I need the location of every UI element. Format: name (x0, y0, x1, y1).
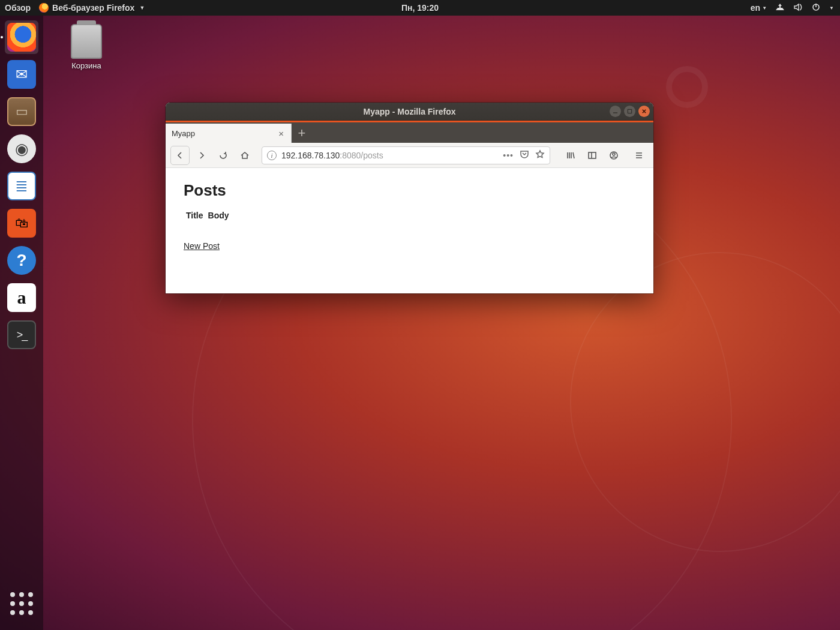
url-text: 192.168.78.130:8080/posts (281, 151, 383, 160)
dock-rhythmbox[interactable] (5, 132, 38, 166)
system-tray: en ▼ ▼ (751, 2, 834, 14)
rhythmbox-icon (7, 134, 36, 163)
power-icon[interactable] (811, 2, 821, 14)
table-header: Title Body (186, 211, 635, 220)
thunderbird-icon (7, 60, 36, 89)
dock-writer[interactable] (5, 169, 38, 203)
app-menu-button[interactable]: Веб-браузер Firefox ▼ (39, 3, 145, 13)
trash-icon (71, 24, 102, 59)
svg-point-6 (613, 153, 615, 155)
page-heading: Posts (184, 181, 635, 200)
browser-tab[interactable]: Myapp × (166, 124, 292, 143)
top-panel: Обзор Веб-браузер Firefox ▼ Пн, 19:20 en… (0, 0, 840, 16)
wallpaper-decoration (666, 66, 708, 108)
app-menu-label: Веб-браузер Firefox (52, 3, 134, 13)
library-icon[interactable] (561, 146, 580, 165)
activities-button[interactable]: Обзор (5, 3, 31, 13)
show-applications-button[interactable] (7, 589, 36, 618)
browser-toolbar: i 192.168.78.130:8080/posts ••• (166, 143, 653, 168)
files-icon (7, 97, 36, 126)
account-icon[interactable] (604, 146, 623, 165)
window-maximize-button[interactable] (624, 106, 635, 117)
clock[interactable]: Пн, 19:20 (401, 3, 439, 13)
new-post-link[interactable]: New Post (184, 241, 220, 251)
firefox-icon (7, 23, 36, 52)
input-language-label: en (751, 3, 760, 13)
forward-button[interactable] (192, 146, 211, 165)
software-center-icon (7, 209, 36, 238)
firefox-icon (39, 3, 49, 13)
hamburger-menu-button[interactable] (629, 146, 649, 165)
dock-thunderbird[interactable] (5, 58, 38, 91)
writer-icon (7, 172, 36, 200)
pocket-icon[interactable] (520, 149, 529, 161)
network-icon[interactable] (775, 2, 785, 14)
dock (0, 16, 43, 630)
url-host: 192.168.78.130 (281, 151, 340, 160)
dock-amazon[interactable] (5, 281, 38, 314)
svg-rect-2 (613, 112, 617, 113)
amazon-icon (7, 283, 36, 312)
terminal-icon (7, 320, 36, 349)
chevron-down-icon: ▼ (829, 5, 834, 11)
desktop-trash[interactable]: Корзина (60, 24, 113, 70)
svg-rect-1 (815, 4, 817, 7)
help-icon (7, 246, 36, 275)
chevron-down-icon: ▼ (762, 5, 767, 11)
tab-label: Myapp (172, 129, 195, 138)
window-close-button[interactable] (638, 106, 650, 117)
window-titlebar[interactable]: Myapp - Mozilla Firefox (166, 103, 653, 121)
dock-software[interactable] (5, 206, 38, 240)
url-path: :8080/posts (340, 151, 383, 160)
reload-button[interactable] (214, 146, 233, 165)
firefox-window: Myapp - Mozilla Firefox Myapp × + i 192.… (166, 103, 653, 293)
svg-rect-4 (589, 152, 596, 158)
dock-files[interactable] (5, 95, 38, 128)
input-language-indicator[interactable]: en ▼ (751, 3, 767, 13)
window-title: Myapp - Mozilla Firefox (363, 107, 455, 116)
column-title: Title (186, 211, 203, 220)
page-content: Posts Title Body New Post (166, 168, 653, 293)
home-button[interactable] (235, 146, 254, 165)
sidebar-icon[interactable] (583, 146, 602, 165)
window-minimize-button[interactable] (610, 106, 621, 117)
new-tab-button[interactable]: + (292, 124, 312, 143)
dock-firefox[interactable] (5, 20, 38, 54)
tab-close-button[interactable]: × (277, 127, 285, 140)
tab-strip: Myapp × + (166, 122, 653, 143)
page-actions-icon[interactable]: ••• (503, 151, 514, 160)
chevron-down-icon: ▼ (139, 5, 145, 11)
volume-icon[interactable] (793, 2, 803, 14)
site-info-icon[interactable]: i (267, 151, 277, 160)
dock-terminal[interactable] (5, 318, 38, 352)
url-bar[interactable]: i 192.168.78.130:8080/posts ••• (262, 146, 550, 164)
svg-rect-3 (628, 109, 631, 113)
dock-help[interactable] (5, 244, 38, 277)
desktop-trash-label: Корзина (60, 61, 113, 70)
bookmark-star-icon[interactable] (535, 149, 545, 161)
back-button[interactable] (170, 146, 190, 165)
column-body: Body (208, 211, 229, 220)
